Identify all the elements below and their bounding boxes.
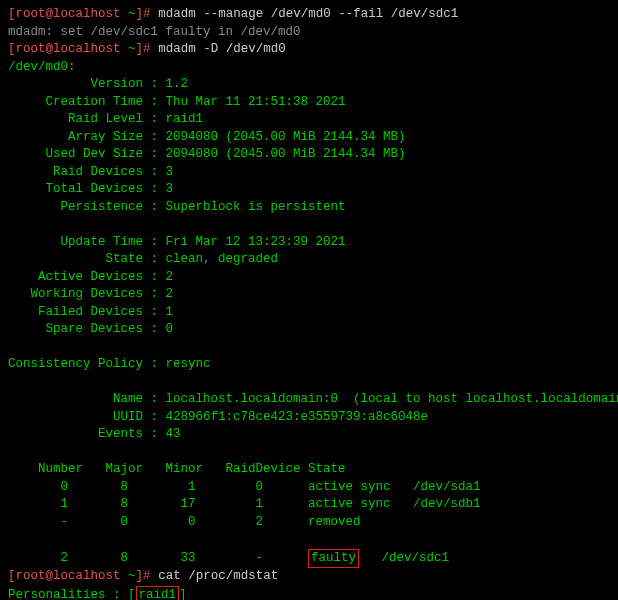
field-raid-devices: Raid Devices : 3 — [8, 164, 610, 182]
field-uuid: UUID : 428966f1:c78ce423:e3559739:a8c604… — [8, 409, 610, 427]
command-3: cat /proc/mdstat — [158, 569, 278, 583]
field-persistence: Persistence : Superblock is persistent — [8, 199, 610, 217]
device-row-0: 0 8 1 0 active sync /dev/sda1 — [8, 479, 610, 497]
md-header: /dev/md0: — [8, 59, 610, 77]
field-array-size: Array Size : 2094080 (2045.00 MiB 2144.3… — [8, 129, 610, 147]
device-row-faulty: 2 8 33 - faulty /dev/sdc1 — [8, 549, 610, 569]
field-spare-devices: Spare Devices : 0 — [8, 321, 610, 339]
prompt-user-host: [root@localhost — [8, 7, 121, 21]
field-failed-devices: Failed Devices : 1 — [8, 304, 610, 322]
device-row-1: 1 8 17 1 active sync /dev/sdb1 — [8, 496, 610, 514]
field-version: Version : 1.2 — [8, 76, 610, 94]
field-total-devices: Total Devices : 3 — [8, 181, 610, 199]
command-1: mdadm --manage /dev/md0 --fail /dev/sdc1 — [158, 7, 458, 21]
prompt-line-2: [root@localhost ~]# mdadm -D /dev/md0 — [8, 41, 610, 59]
field-working-devices: Working Devices : 2 — [8, 286, 610, 304]
field-update-time: Update Time : Fri Mar 12 13:23:39 2021 — [8, 234, 610, 252]
field-raid-level: Raid Level : raid1 — [8, 111, 610, 129]
prompt-line-3: [root@localhost ~]# cat /proc/mdstat — [8, 568, 610, 586]
command-2: mdadm -D /dev/md0 — [158, 42, 286, 56]
raid1-highlight: raid1 — [136, 586, 180, 601]
device-row-removed: - 0 0 2 removed — [8, 514, 610, 532]
field-creation-time: Creation Time : Thu Mar 11 21:51:38 2021 — [8, 94, 610, 112]
faulty-highlight: faulty — [308, 549, 359, 569]
field-state: State : clean, degraded — [8, 251, 610, 269]
prompt-line-1: [root@localhost ~]# mdadm --manage /dev/… — [8, 6, 610, 24]
field-events: Events : 43 — [8, 426, 610, 444]
output-1: mdadm: set /dev/sdc1 faulty in /dev/md0 — [8, 24, 610, 42]
device-table-header: Number Major Minor RaidDevice State — [8, 461, 610, 479]
field-active-devices: Active Devices : 2 — [8, 269, 610, 287]
field-used-dev-size: Used Dev Size : 2094080 (2045.00 MiB 214… — [8, 146, 610, 164]
field-name: Name : localhost.localdomain:0 (local to… — [8, 391, 610, 409]
field-consistency-policy: Consistency Policy : resync — [8, 356, 610, 374]
personalities-line: Personalities : [raid1] — [8, 586, 610, 601]
